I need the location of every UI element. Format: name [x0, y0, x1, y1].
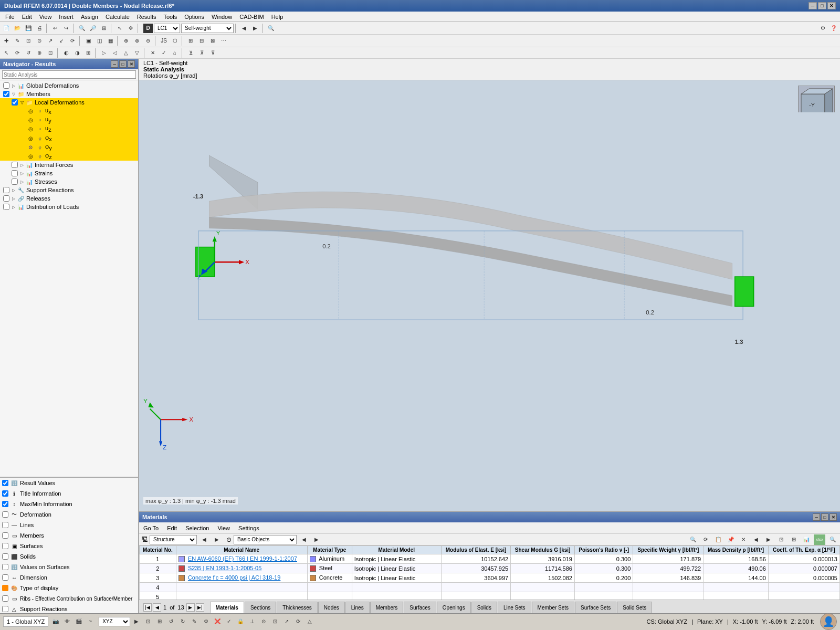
tb2-3[interactable]: ⊡ — [23, 36, 34, 46]
nav-search-bar[interactable] — [0, 69, 138, 80]
tb-b1[interactable]: ◀ — [239, 23, 249, 34]
tree-check-stresses[interactable] — [12, 178, 18, 185]
tb-r2[interactable]: ❓ — [828, 23, 839, 34]
sb-btn-4[interactable]: ~ — [85, 616, 96, 627]
sb-b2[interactable]: ▶ — [131, 616, 142, 627]
sb-b15[interactable]: ↗ — [281, 616, 292, 627]
tree-check-members[interactable] — [3, 91, 9, 97]
tb2-7[interactable]: ⟳ — [67, 36, 78, 46]
tree-members[interactable]: ▽ 📁 Members — [0, 90, 138, 98]
tb-new[interactable]: 📄 — [1, 23, 12, 34]
expand-internal-forces[interactable]: ▷ — [19, 162, 25, 168]
tb-zoom-in[interactable]: 🔍 — [77, 23, 87, 34]
tree-check-support-reactions[interactable] — [3, 187, 9, 193]
tb3-12[interactable]: ▽ — [132, 48, 142, 58]
sb-b5[interactable]: ↺ — [166, 616, 176, 627]
tree-check-global-deformations[interactable] — [3, 82, 9, 89]
expand-members[interactable]: ▽ — [10, 91, 17, 97]
window-controls[interactable]: ─ □ ✕ — [808, 2, 836, 9]
pg-first-btn[interactable]: |◀ — [143, 603, 152, 612]
minimize-button[interactable]: ─ — [808, 2, 817, 9]
tab-openings[interactable]: Openings — [437, 602, 471, 613]
sb-b13[interactable]: ⊙ — [258, 616, 269, 627]
tb-b2[interactable]: ▶ — [250, 23, 260, 34]
tab-lines[interactable]: Lines — [345, 602, 370, 613]
pg-last-btn[interactable]: ▶| — [196, 603, 204, 612]
tab-sections[interactable]: Sections — [245, 602, 276, 613]
menu-window[interactable]: Window — [208, 13, 235, 20]
tree-support-reactions[interactable]: ▷ 🔧 Support Reactions — [0, 186, 138, 194]
menu-options[interactable]: Options — [181, 13, 207, 20]
sb-b3[interactable]: ⊡ — [143, 616, 153, 627]
tb-r1[interactable]: ⚙ — [817, 23, 828, 34]
nav-search-input[interactable] — [2, 70, 136, 79]
check-title-info[interactable] — [2, 490, 8, 497]
pg-prev-btn[interactable]: ◀ — [153, 603, 161, 612]
tb2-6[interactable]: ↙ — [56, 36, 67, 46]
tree-phiy[interactable]: ⊙ φ φy — [0, 143, 138, 152]
tree-check-strains[interactable] — [12, 170, 18, 176]
table-row[interactable]: 4 — [140, 583, 840, 592]
user-avatar[interactable]: 👤 — [820, 613, 837, 630]
nav-header-controls[interactable]: ─ □ ✕ — [111, 60, 135, 68]
structure-filter[interactable]: Structure — [150, 535, 197, 544]
tab-materials[interactable]: Materials — [210, 602, 244, 613]
mat-settings[interactable]: Settings — [236, 524, 261, 532]
nav-float-btn[interactable]: □ — [119, 60, 127, 68]
menu-edit[interactable]: Edit — [19, 13, 35, 20]
tb3-1[interactable]: ↖ — [1, 48, 12, 58]
tb2-2[interactable]: ✎ — [12, 36, 23, 46]
table-row[interactable]: 5 — [140, 592, 840, 600]
mat-tb-5[interactable]: ✕ — [738, 534, 749, 545]
table-row[interactable]: 1 EN AW-6060 (EF) T66 | EN 1999-1-1:2007… — [140, 554, 840, 564]
mat-close-btn[interactable]: ✕ — [830, 513, 837, 521]
pg-next-btn[interactable]: ▶ — [186, 603, 195, 612]
mat-float-btn[interactable]: □ — [821, 513, 828, 521]
check-values-on-surfaces[interactable] — [2, 564, 8, 570]
tb3-8[interactable]: ⊞ — [83, 48, 93, 58]
sb-btn-1[interactable]: 📷 — [50, 616, 61, 627]
tb2-8[interactable]: ▣ — [83, 36, 93, 46]
tb2-13[interactable]: ⊖ — [143, 36, 153, 46]
tb2-11[interactable]: ⊕ — [121, 36, 131, 46]
table-row[interactable]: 3 Concrete f'c = 4000 psi | ACI 318-19 C… — [140, 573, 840, 583]
tree-check-dist-loads[interactable] — [3, 204, 9, 210]
mat-view[interactable]: View — [215, 524, 232, 532]
expand-releases[interactable]: ▷ — [10, 195, 17, 202]
mat-name-link[interactable]: S235 | EN 1993-1-1:2005-05 — [188, 565, 261, 571]
tb3-6[interactable]: ◐ — [61, 48, 71, 58]
tb3-10[interactable]: ◁ — [110, 48, 120, 58]
tb-lc-d[interactable]: D — [143, 24, 153, 33]
sb-b16[interactable]: ⟳ — [293, 616, 303, 627]
nav-solids[interactable]: ⬛ Solids — [0, 551, 138, 562]
tab-thicknesses[interactable]: Thicknesses — [277, 602, 318, 613]
sb-b14[interactable]: ⊡ — [270, 616, 280, 627]
tb-select[interactable]: ↖ — [114, 23, 125, 34]
menu-assign[interactable]: Assign — [78, 13, 101, 20]
menu-calculate[interactable]: Calculate — [102, 13, 133, 20]
tb-redo[interactable]: ↪ — [61, 23, 71, 34]
basic-objects-filter[interactable]: Basic Objects — [234, 535, 297, 544]
tb-search[interactable]: 🔍 — [266, 23, 276, 34]
tb2-12[interactable]: ⊗ — [132, 36, 142, 46]
nav-dimension[interactable]: ↔ Dimension — [0, 572, 138, 583]
nav-values-on-surfaces[interactable]: 🔢 Values on Surfaces — [0, 562, 138, 572]
expand-local-def[interactable]: ▽ — [19, 99, 25, 106]
tb3-5[interactable]: ⊡ — [45, 48, 56, 58]
tree-ux[interactable]: ◎ u ux — [0, 107, 138, 116]
tb-print[interactable]: 🖨 — [34, 23, 45, 34]
sb-b8[interactable]: ⚙ — [201, 616, 211, 627]
tb2-9[interactable]: ◫ — [94, 36, 104, 46]
tb2-18[interactable]: ⊠ — [207, 36, 218, 46]
tb3-9[interactable]: ▷ — [99, 48, 109, 58]
tb3-13[interactable]: ✕ — [148, 48, 158, 58]
expand-stresses[interactable]: ▷ — [19, 178, 25, 185]
mat-tb-6[interactable]: ◀ — [751, 534, 761, 545]
menu-view[interactable]: View — [36, 13, 55, 20]
sb-b4[interactable]: ⊞ — [154, 616, 165, 627]
tab-nodes[interactable]: Nodes — [318, 602, 345, 613]
mat-minimize-btn[interactable]: ─ — [813, 513, 820, 521]
tree-stresses[interactable]: ▷ 📊 Stresses — [0, 177, 138, 186]
tb-zoom-out[interactable]: 🔎 — [88, 23, 98, 34]
menu-tools[interactable]: Tools — [160, 13, 180, 20]
